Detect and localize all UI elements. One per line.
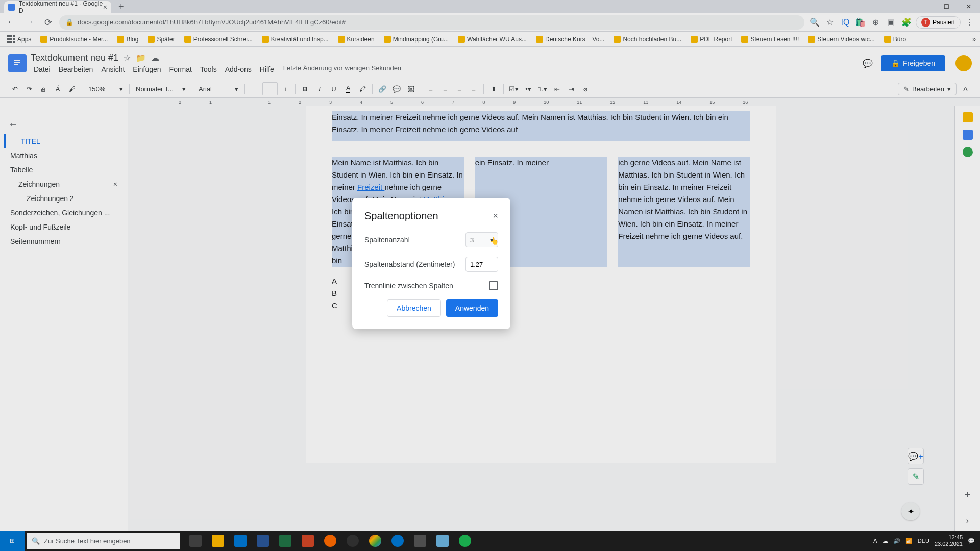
spacing-input[interactable] (465, 257, 498, 272)
column-count-select[interactable]: 3▾ 👆 (465, 232, 498, 247)
dialog-close-icon[interactable]: × (493, 211, 498, 221)
cancel-button[interactable]: Abbrechen (387, 299, 441, 317)
apply-button[interactable]: Anwenden (446, 299, 498, 317)
column-options-dialog: Spaltenoptionen × Spaltenanzahl 3▾ 👆 Spa… (352, 198, 510, 329)
cursor-icon: 👆 (490, 237, 499, 245)
dialog-title: Spaltenoptionen (364, 210, 438, 222)
spacing-label: Spaltenabstand (Zentimeter) (364, 260, 455, 268)
column-count-label: Spaltenanzahl (364, 236, 410, 244)
divider-label: Trennlinie zwischen Spalten (364, 282, 453, 290)
divider-checkbox[interactable] (489, 281, 498, 290)
